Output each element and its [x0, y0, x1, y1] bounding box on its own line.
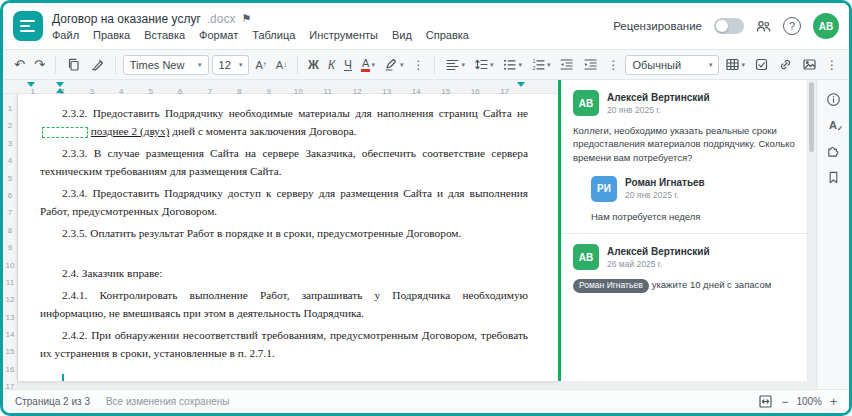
- checkbox-icon: [754, 57, 769, 72]
- menu-insert[interactable]: Вставка: [144, 29, 185, 41]
- review-toggle[interactable]: [714, 18, 744, 34]
- zoom-in-button[interactable]: +: [830, 395, 837, 409]
- review-mode-label: Рецензирование: [613, 20, 702, 32]
- fit-page-icon[interactable]: [758, 394, 773, 409]
- highlight-button[interactable]: ▾: [381, 55, 407, 74]
- vertical-scrollbar[interactable]: [808, 80, 816, 389]
- svg-text:1: 1: [532, 58, 535, 64]
- document-page[interactable]: 2.3.2. Предоставить Подрядчику необходим…: [18, 94, 558, 381]
- reply-avatar: РИ: [591, 176, 617, 202]
- page-indicator[interactable]: Страница 2 из 3: [15, 396, 90, 407]
- line-spacing-button[interactable]: ▾: [471, 55, 497, 74]
- numbered-list-button[interactable]: 12 ▾: [528, 55, 554, 74]
- comment-anchor-box: [42, 127, 88, 138]
- font-family-select[interactable]: Times New▾: [123, 55, 209, 75]
- user-avatar[interactable]: АВ: [813, 13, 839, 39]
- table-icon: [725, 57, 740, 72]
- paragraph-2-3-5: 2.3.5. Оплатить результат Работ в порядк…: [40, 224, 528, 242]
- comment-text: Коллеги, необходимо указать реальные сро…: [573, 124, 795, 164]
- comment-thread[interactable]: АВ Алексей Вертинский 20 янв 2025 г. Кол…: [573, 90, 795, 223]
- more-paragraph-options-button[interactable]: ⋮: [604, 56, 622, 74]
- copy-icon: [66, 57, 81, 72]
- title-bar: Договор на оказание услуг.docx ⚑ Файл Пр…: [3, 3, 849, 49]
- menu-tools[interactable]: Инструменты: [309, 29, 378, 41]
- menu-edit[interactable]: Правка: [93, 29, 130, 41]
- decrease-indent-button[interactable]: [556, 55, 577, 74]
- comments-panel: АВ Алексей Вертинский 20 янв 2025 г. Кол…: [558, 80, 808, 389]
- paintbrush-icon: [90, 57, 105, 72]
- comment-thread[interactable]: АВ Алексей Вертинский 26 май 2025 г. Ром…: [573, 244, 795, 293]
- text-color-button[interactable]: А▾: [358, 56, 378, 74]
- app-logo-icon[interactable]: [13, 11, 43, 41]
- bullet-list-icon: [502, 57, 517, 72]
- vertical-ruler[interactable]: 123456789101112131415161718: [3, 94, 18, 389]
- paragraph-style-select[interactable]: Обычный▾: [625, 55, 719, 75]
- redo-button[interactable]: ↷: [31, 56, 48, 73]
- insert-image-button[interactable]: [799, 55, 820, 74]
- comment-date: 26 май 2025 г.: [607, 259, 710, 269]
- image-icon: [802, 57, 817, 72]
- numbered-list-icon: 12: [531, 57, 546, 72]
- right-indent-marker[interactable]: [517, 82, 525, 87]
- tracked-insertion: позднее 2 (двух): [91, 125, 170, 137]
- svg-text:2: 2: [532, 65, 535, 71]
- bookmark-icon[interactable]: [826, 170, 841, 185]
- zoom-out-button[interactable]: −: [781, 395, 788, 409]
- comment-separator: [561, 233, 807, 234]
- link-icon: [778, 57, 793, 72]
- undo-button[interactable]: ↶: [11, 56, 28, 73]
- info-icon[interactable]: [826, 92, 841, 107]
- decrease-font-button[interactable]: А↓: [273, 57, 290, 73]
- comment-avatar: АВ: [573, 244, 599, 270]
- spellcheck-icon[interactable]: А✓: [829, 119, 837, 131]
- underline-button[interactable]: Ч: [341, 56, 355, 74]
- paragraph-2-3-4: 2.3.4. Предоставить Подрядчику доступ к …: [40, 184, 528, 220]
- right-sidebar: А✓: [816, 80, 849, 389]
- bullet-list-button[interactable]: ▾: [499, 55, 525, 74]
- comment-reply[interactable]: РИ Роман Игнатьев 20 янв 2025 г. Нам пот…: [591, 176, 795, 223]
- increase-font-button[interactable]: А↑: [252, 57, 269, 73]
- increase-indent-button[interactable]: [580, 55, 601, 74]
- help-icon[interactable]: ?: [783, 17, 801, 35]
- font-size-select[interactable]: 12▾: [212, 55, 250, 75]
- left-indent-marker[interactable]: [56, 88, 64, 93]
- status-bar: Страница 2 из 3 Все изменения сохранены …: [3, 389, 849, 413]
- app-window: Договор на оказание услуг.docx ⚑ Файл Пр…: [0, 0, 852, 416]
- format-painter-button[interactable]: [87, 55, 108, 74]
- text-cursor: [62, 374, 64, 381]
- italic-button[interactable]: К: [325, 56, 338, 74]
- outdent-icon: [559, 57, 574, 72]
- horizontal-ruler[interactable]: 1234567891011121314151617: [3, 80, 558, 94]
- menu-view[interactable]: Вид: [392, 29, 412, 41]
- zoom-level[interactable]: 100%: [796, 396, 822, 407]
- flag-icon[interactable]: ⚑: [241, 12, 251, 25]
- insert-checkbox-button[interactable]: [751, 55, 772, 74]
- document-extension: .docx: [207, 12, 236, 26]
- document-canvas: 2.3.2. Предоставить Подрядчику необходим…: [18, 94, 558, 389]
- paragraph-2-4-2: 2.4.2. При обнаружении несоответствий тр…: [40, 326, 528, 362]
- comment-author: Алексей Вертинский: [607, 92, 710, 103]
- menu-file[interactable]: Файл: [52, 29, 79, 41]
- bold-button[interactable]: Ж: [305, 56, 322, 74]
- comment-date: 20 янв 2025 г.: [607, 105, 710, 115]
- plugins-icon[interactable]: [826, 143, 841, 158]
- insert-link-button[interactable]: [775, 55, 796, 74]
- comment-text: Роман Игнатьевукажите 10 дней с запасом: [573, 278, 795, 293]
- document-title: Договор на оказание услуг: [52, 12, 201, 26]
- menu-table[interactable]: Таблица: [252, 29, 295, 41]
- collaboration-icon[interactable]: [756, 19, 771, 34]
- mention-chip[interactable]: Роман Игнатьев: [573, 279, 649, 293]
- line-spacing-icon: [474, 57, 489, 72]
- insert-table-button[interactable]: ▾: [722, 55, 748, 74]
- copy-button[interactable]: [63, 55, 84, 74]
- paragraph-2-3-3: 2.3.3. В случае размещения Сайта на серв…: [40, 144, 528, 180]
- menu-help[interactable]: Справка: [426, 29, 469, 41]
- menu-format[interactable]: Формат: [199, 29, 238, 41]
- first-line-indent-marker[interactable]: [56, 82, 64, 87]
- more-insert-options-button[interactable]: ⋮: [823, 56, 841, 74]
- align-button[interactable]: ▾: [442, 55, 468, 74]
- left-margin-marker[interactable]: [27, 82, 35, 87]
- indent-icon: [583, 57, 598, 72]
- scrollbar-thumb[interactable]: [809, 82, 814, 152]
- more-text-options-button[interactable]: ⋮: [409, 56, 427, 74]
